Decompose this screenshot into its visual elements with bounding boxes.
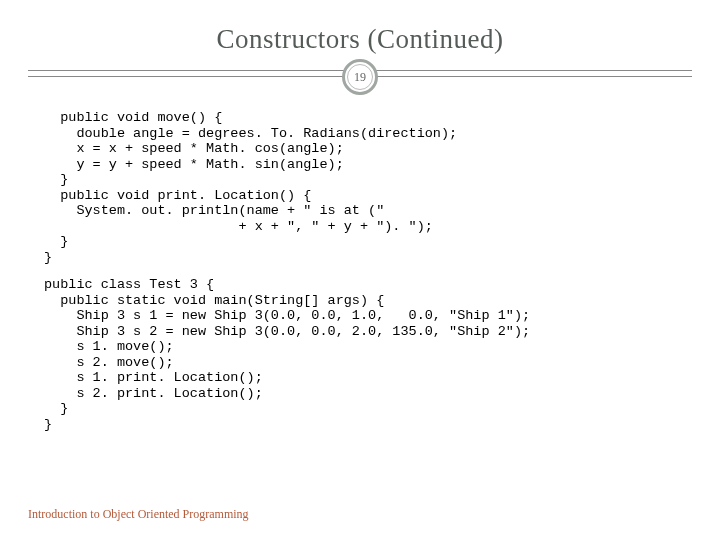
slide-footer: Introduction to Object Oriented Programm… xyxy=(28,507,249,522)
code-block-test-class: public class Test 3 { public static void… xyxy=(44,277,676,432)
slide-title: Constructors (Continued) xyxy=(0,24,720,55)
page-number-badge: 19 xyxy=(342,59,378,95)
code-block-ship-methods: public void move() { double angle = degr… xyxy=(44,110,676,265)
page-number: 19 xyxy=(347,64,373,90)
slide-header: Constructors (Continued) 19 xyxy=(0,0,720,55)
code-content: public void move() { double angle = degr… xyxy=(44,110,676,444)
